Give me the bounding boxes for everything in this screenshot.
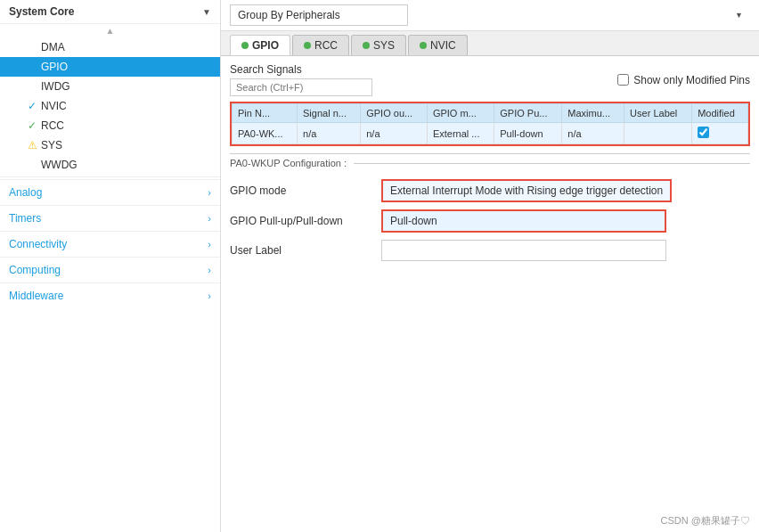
show-modified-wrap: Show only Modified Pins (617, 74, 750, 86)
watermark: CSDN @糖果罐子♡ (661, 514, 750, 528)
timers-chevron: › (208, 213, 211, 224)
config-row-pull: GPIO Pull-up/Pull-down Pull-down (230, 209, 750, 233)
scroll-up-arrow[interactable]: ▲ (0, 24, 220, 37)
config-title-text: PA0-WKUP Configuration : (230, 158, 347, 168)
gpio-table: Pin N... Signal n... GPIO ou... GPIO m..… (232, 103, 748, 144)
col-gpio-pull[interactable]: GPIO Pu... (494, 104, 562, 123)
connectivity-label: Connectivity (9, 238, 67, 250)
tab-gpio[interactable]: GPIO (230, 35, 290, 55)
wwdg-label: WWDG (41, 159, 78, 171)
analog-chevron: › (208, 187, 211, 198)
search-input-wrap: Search Signals (230, 63, 372, 96)
user-label-label: User Label (230, 244, 372, 257)
gpio-tab-dot (241, 42, 249, 49)
nvic-label: NVIC (41, 100, 67, 112)
cell-gpio-output: n/a (361, 123, 428, 144)
config-row-gpio-mode: GPIO mode External Interrupt Mode with R… (230, 179, 750, 202)
user-label-input[interactable] (381, 240, 666, 261)
cell-pin: PA0-WK... (233, 123, 298, 144)
table-row[interactable]: PA0-WK... n/a n/a External ... Pull-down… (233, 123, 748, 144)
sys-label: SYS (41, 139, 62, 151)
rcc-status-icon: ✓ (27, 119, 37, 132)
gpio-tab-label: GPIO (252, 39, 279, 52)
col-pin[interactable]: Pin N... (233, 104, 298, 123)
middleware-chevron: › (208, 291, 211, 301)
system-core-arrow: ▼ (202, 7, 211, 17)
dma-label: DMA (41, 41, 65, 53)
sidebar-item-gpio[interactable]: GPIO (0, 57, 220, 77)
nvic-tab-label: NVIC (430, 39, 456, 52)
search-section: Search Signals Show only Modified Pins (230, 63, 750, 96)
rcc-tab-dot (304, 42, 311, 49)
rcc-label: RCC (41, 119, 64, 132)
gpio-mode-label: GPIO mode (230, 184, 372, 197)
sys-tab-label: SYS (373, 39, 395, 52)
main-content: Group By Peripherals GPIO RCC SYS NVIC S… (221, 0, 759, 532)
analog-label: Analog (9, 186, 42, 199)
gpio-table-container: Pin N... Signal n... GPIO ou... GPIO m..… (230, 102, 750, 146)
config-row-user-label: User Label (230, 240, 750, 261)
col-signal[interactable]: Signal n... (298, 104, 361, 123)
middleware-label: Middleware (9, 290, 63, 302)
col-modified[interactable]: Modified (692, 104, 748, 123)
search-label: Search Signals (230, 63, 372, 76)
cell-maximum: n/a (562, 123, 624, 144)
sidebar-item-dma[interactable]: DMA (0, 37, 220, 57)
group-by-select[interactable]: Group By Peripherals (230, 4, 408, 26)
sidebar: System Core ▼ ▲ DMA GPIO IWDG ✓ NVIC ✓ R… (0, 0, 221, 532)
sidebar-category-timers[interactable]: Timers › (0, 205, 220, 231)
top-bar: Group By Peripherals (221, 0, 759, 31)
cell-gpio-mode: External ... (427, 123, 494, 144)
col-user-label[interactable]: User Label (624, 104, 692, 123)
sidebar-category-analog[interactable]: Analog › (0, 179, 220, 205)
search-input[interactable] (230, 78, 372, 96)
cell-signal: n/a (298, 123, 361, 144)
pull-label: GPIO Pull-up/Pull-down (230, 215, 372, 227)
sidebar-category-connectivity[interactable]: Connectivity › (0, 231, 220, 257)
cell-user-label (624, 123, 692, 144)
sidebar-item-rcc[interactable]: ✓ RCC (0, 116, 220, 135)
sidebar-item-nvic[interactable]: ✓ NVIC (0, 96, 220, 116)
connectivity-chevron: › (208, 239, 211, 250)
gpio-mode-value: External Interrupt Mode with Rising edge… (381, 179, 672, 202)
content-area: Search Signals Show only Modified Pins P… (221, 56, 759, 532)
system-core-label: System Core (9, 5, 74, 18)
show-modified-label[interactable]: Show only Modified Pins (633, 74, 750, 86)
sys-status-icon: ⚠ (27, 139, 37, 151)
sidebar-category-computing[interactable]: Computing › (0, 257, 220, 282)
col-gpio-output[interactable]: GPIO ou... (361, 104, 428, 123)
show-modified-checkbox[interactable] (617, 74, 629, 86)
nvic-status-icon: ✓ (27, 100, 37, 112)
tab-rcc[interactable]: RCC (292, 35, 349, 55)
tab-nvic[interactable]: NVIC (408, 35, 468, 55)
rcc-tab-label: RCC (314, 39, 338, 52)
computing-label: Computing (9, 264, 61, 276)
timers-label: Timers (9, 212, 41, 225)
sidebar-item-iwdg[interactable]: IWDG (0, 77, 220, 96)
group-by-wrapper: Group By Peripherals (230, 4, 750, 26)
sidebar-item-sys[interactable]: ⚠ SYS (0, 135, 220, 155)
nvic-tab-dot (420, 42, 427, 49)
sidebar-divider-1 (0, 176, 220, 177)
col-maximum[interactable]: Maximu... (562, 104, 624, 123)
tabs-bar: GPIO RCC SYS NVIC (221, 31, 759, 56)
system-core-header[interactable]: System Core ▼ (0, 0, 220, 24)
cell-gpio-pull: Pull-down (494, 123, 562, 144)
modified-checkbox[interactable] (698, 127, 709, 138)
config-title: PA0-WKUP Configuration : (230, 154, 750, 172)
pull-value: Pull-down (381, 209, 666, 233)
col-gpio-mode[interactable]: GPIO m... (427, 104, 494, 123)
sidebar-category-middleware[interactable]: Middleware › (0, 282, 220, 308)
sidebar-item-wwdg[interactable]: WWDG (0, 155, 220, 175)
computing-chevron: › (208, 265, 211, 275)
cell-modified (692, 123, 748, 144)
gpio-label: GPIO (41, 61, 68, 73)
tab-sys[interactable]: SYS (351, 35, 406, 55)
iwdg-label: IWDG (41, 80, 70, 93)
config-section: PA0-WKUP Configuration : GPIO mode Exter… (230, 153, 750, 261)
sys-tab-dot (363, 42, 370, 49)
